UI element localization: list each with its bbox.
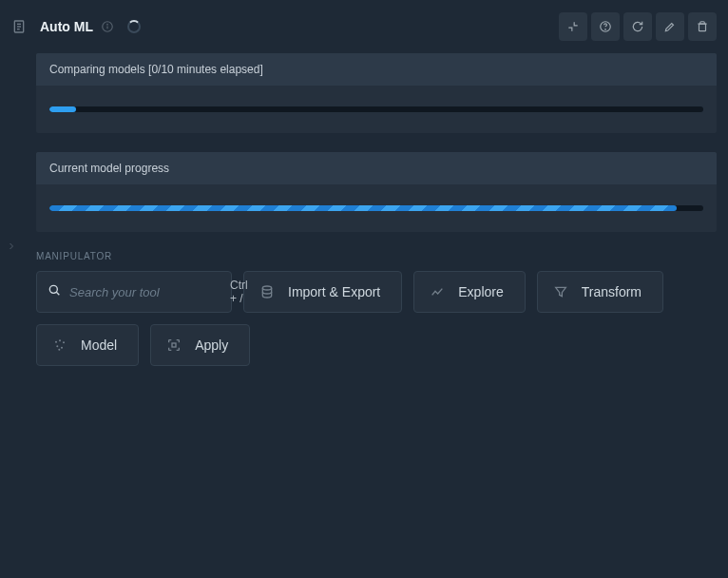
transform-label: Transform xyxy=(582,284,642,299)
comparing-progress-track xyxy=(49,106,703,112)
svg-rect-9 xyxy=(699,24,706,31)
transform-button[interactable]: Transform xyxy=(537,271,663,313)
svg-point-14 xyxy=(59,339,61,341)
svg-point-13 xyxy=(55,341,57,343)
explore-button[interactable]: Explore xyxy=(413,271,525,313)
svg-point-15 xyxy=(63,341,65,343)
import-export-label: Import & Export xyxy=(288,284,380,299)
scan-icon xyxy=(166,337,182,353)
left-expand-handle[interactable] xyxy=(4,236,19,257)
svg-point-10 xyxy=(49,285,57,293)
svg-point-12 xyxy=(262,286,271,290)
info-icon[interactable] xyxy=(101,20,114,33)
svg-line-11 xyxy=(56,292,59,295)
delete-button[interactable] xyxy=(688,12,717,41)
search-shortcut: Ctrl + / xyxy=(230,279,248,305)
document-icon xyxy=(11,19,27,34)
comparing-progress-fill xyxy=(49,106,76,112)
current-label: Current model progress xyxy=(49,162,703,175)
scatter-icon xyxy=(52,337,67,353)
apply-button[interactable]: Apply xyxy=(150,324,250,366)
svg-point-17 xyxy=(61,347,63,349)
loading-spinner-icon xyxy=(127,20,141,33)
svg-point-6 xyxy=(107,24,108,25)
help-button[interactable] xyxy=(591,12,620,41)
svg-point-16 xyxy=(56,345,58,347)
svg-point-18 xyxy=(58,349,60,351)
tool-search[interactable]: Ctrl + / xyxy=(36,271,232,313)
edit-button[interactable] xyxy=(656,12,684,41)
import-export-button[interactable]: Import & Export xyxy=(243,271,402,313)
current-progress-fill xyxy=(49,205,677,211)
topbar-actions xyxy=(559,12,717,41)
explore-label: Explore xyxy=(458,284,503,299)
current-progress-track xyxy=(49,205,703,211)
comparing-label: Comparing models [0/10 minutes elapsed] xyxy=(49,63,703,76)
search-input[interactable] xyxy=(69,285,230,299)
topbar: Auto ML xyxy=(0,0,728,53)
funnel-icon xyxy=(553,284,568,299)
search-icon xyxy=(47,282,62,301)
apply-label: Apply xyxy=(195,337,228,353)
model-label: Model xyxy=(81,337,117,353)
page-title: Auto ML xyxy=(40,19,93,34)
manipulator-section-label: MANIPULATOR xyxy=(36,251,717,261)
svg-rect-19 xyxy=(172,343,176,347)
model-button[interactable]: Model xyxy=(36,324,139,366)
chart-line-icon xyxy=(430,284,445,299)
collapse-button[interactable] xyxy=(559,12,587,41)
refresh-button[interactable] xyxy=(623,12,652,41)
comparing-panel: Comparing models [0/10 minutes elapsed] xyxy=(36,53,717,133)
database-icon xyxy=(259,284,275,299)
svg-point-8 xyxy=(605,29,606,30)
current-panel: Current model progress xyxy=(36,152,717,232)
manipulator-toolbox: Ctrl + / Import & Export Explore Transfo… xyxy=(36,271,717,366)
